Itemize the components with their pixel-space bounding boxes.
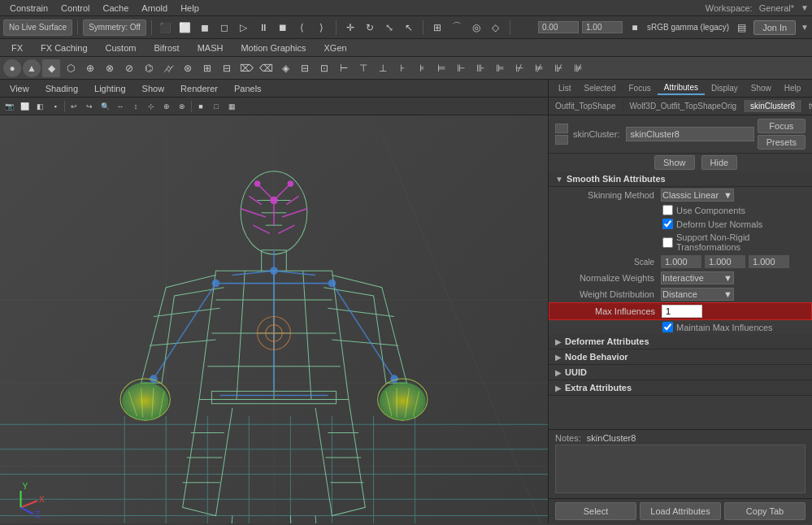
load-attributes-btn[interactable]: Load Attributes	[640, 502, 721, 520]
cluster-tab-skincluster8[interactable]: skinCluster8	[744, 100, 802, 112]
shelf-icon-18[interactable]: ⊢	[335, 59, 353, 77]
view-menu-panels[interactable]: Panels	[228, 82, 268, 95]
scale-z-input[interactable]	[749, 255, 789, 268]
renderer-icon[interactable]: ▤	[732, 19, 750, 37]
snap-curve-icon[interactable]: ⌒	[448, 19, 466, 37]
tab-fx[interactable]: FX	[3, 41, 31, 54]
rotate-tool-icon[interactable]: ↻	[361, 19, 379, 37]
panel-tab-focus[interactable]: Focus	[622, 82, 657, 94]
shelf-icon-20[interactable]: ⊥	[374, 59, 392, 77]
menu-help[interactable]: Help	[174, 0, 206, 15]
scale-y-input[interactable]	[705, 255, 745, 268]
notes-textarea[interactable]	[555, 445, 805, 493]
shelf-icon-26[interactable]: ⊫	[491, 59, 509, 77]
toolbar-icon-6[interactable]: ⏸	[254, 19, 272, 37]
input-value-1[interactable]	[538, 21, 579, 33]
shelf-icon-24[interactable]: ⊩	[452, 59, 470, 77]
toolbar-icon-1[interactable]: ⬛	[157, 19, 175, 37]
menu-constrain[interactable]: Constrain	[3, 0, 54, 15]
view-menu-view[interactable]: View	[3, 82, 36, 95]
view-tool-12[interactable]: ⊗	[175, 99, 189, 114]
scale-tool-icon[interactable]: ⤡	[380, 19, 398, 37]
select-tool-icon[interactable]: ↖	[400, 19, 418, 37]
maintain-max-checkbox[interactable]	[662, 322, 673, 332]
shelf-icon-21[interactable]: ⊦	[393, 59, 411, 77]
shelf-icon-3[interactable]: ◆	[42, 59, 60, 77]
lock-icon[interactable]	[555, 124, 568, 133]
view-tool-5[interactable]: ↩	[67, 99, 81, 114]
cluster-tab-wolf3d[interactable]: Wolf3D_Outfit_TopShapeOrig	[623, 100, 745, 112]
shelf-icon-8[interactable]: ⌬	[140, 59, 158, 77]
uuid-section-header[interactable]: ▶ UUID	[549, 365, 812, 380]
viewport[interactable]: View Shading Lighting Show Renderer Pane…	[0, 80, 548, 523]
shelf-icon-25[interactable]: ⊪	[471, 59, 489, 77]
shelf-icon-17[interactable]: ⊡	[315, 59, 333, 77]
tab-fx-caching[interactable]: FX Caching	[33, 41, 95, 54]
view-tool-7[interactable]: 🔍	[98, 99, 112, 114]
view-tool-8[interactable]: ↔	[113, 99, 128, 114]
view-menu-shading[interactable]: Shading	[39, 82, 85, 95]
use-components-checkbox[interactable]	[662, 205, 673, 215]
skinning-method-dropdown[interactable]: Classic Linear ▼	[661, 189, 734, 202]
presets-btn[interactable]: Presets	[758, 135, 805, 150]
snap-grid-icon[interactable]: ⊞	[428, 19, 446, 37]
bookmark-icon[interactable]	[555, 135, 568, 145]
view-tool-2[interactable]: ⬜	[17, 99, 32, 114]
copy-tab-btn[interactable]: Copy Tab	[724, 502, 805, 520]
shelf-icon-19[interactable]: ⊤	[354, 59, 372, 77]
sign-in-btn[interactable]: Jon In	[753, 20, 796, 35]
snap-point-icon[interactable]: ◎	[467, 19, 485, 37]
toolbar-icon-8[interactable]: ⟨	[293, 19, 311, 37]
select-btn[interactable]: Select	[555, 502, 636, 520]
menu-cache[interactable]: Cache	[97, 0, 136, 15]
toolbar-icon-5[interactable]: ▷	[235, 19, 253, 37]
scale-x-input[interactable]	[661, 255, 701, 268]
color-mode-icon[interactable]: ■	[626, 19, 644, 37]
shelf-icon-7[interactable]: ⊘	[120, 59, 138, 77]
show-btn[interactable]: Show	[654, 155, 695, 170]
skin-cluster-input[interactable]	[626, 127, 753, 141]
input-value-2[interactable]	[582, 21, 623, 33]
camera-icon[interactable]: 📷	[2, 99, 16, 114]
view-tool-6[interactable]: ↪	[82, 99, 97, 114]
shelf-icon-9[interactable]: ⌭	[159, 59, 177, 77]
snap-surface-icon[interactable]: ◇	[487, 19, 505, 37]
shelf-icon-12[interactable]: ⊟	[218, 59, 236, 77]
shelf-icon-27[interactable]: ⊬	[510, 59, 528, 77]
symmetry-btn[interactable]: Symmetry: Off	[83, 20, 146, 36]
panel-tab-selected[interactable]: Selected	[578, 82, 623, 94]
view-tool-10[interactable]: ⊹	[144, 99, 158, 114]
view-menu-lighting[interactable]: Lighting	[88, 82, 132, 95]
max-influences-input[interactable]	[662, 305, 702, 318]
menu-control[interactable]: Control	[54, 0, 96, 15]
hide-btn[interactable]: Hide	[701, 155, 738, 170]
panel-tab-list[interactable]: List	[552, 82, 578, 94]
node-behavior-section-header[interactable]: ▶ Node Behavior	[549, 349, 812, 365]
support-nonrigid-checkbox[interactable]	[662, 237, 673, 248]
view-tool-3[interactable]: ◧	[33, 99, 47, 114]
view-tool-13[interactable]: ■	[193, 99, 208, 114]
deform-normals-checkbox[interactable]	[662, 219, 673, 229]
view-tool-11[interactable]: ⊕	[159, 99, 174, 114]
shelf-icon-14[interactable]: ⌫	[257, 59, 275, 77]
view-tool-14[interactable]: □	[209, 99, 224, 114]
tab-custom[interactable]: Custom	[98, 41, 145, 54]
focus-btn[interactable]: Focus	[758, 119, 805, 133]
tab-xgen[interactable]: XGen	[316, 41, 355, 54]
shelf-icon-2[interactable]: ▲	[23, 59, 41, 77]
smooth-skin-section-header[interactable]: ▼ Smooth Skin Attributes	[549, 171, 812, 187]
move-tool-icon[interactable]: ✛	[341, 19, 359, 37]
normalize-weights-dropdown[interactable]: Interactive ▼	[661, 271, 734, 284]
view-tool-15[interactable]: ▦	[224, 99, 239, 114]
shelf-icon-11[interactable]: ⊞	[198, 59, 216, 77]
shelf-icon-10[interactable]: ⊛	[179, 59, 197, 77]
view-tool-4[interactable]: ▪	[48, 99, 63, 114]
tab-mash[interactable]: MASH	[189, 41, 232, 54]
extra-attr-section-header[interactable]: ▶ Extra Attributes	[549, 380, 812, 396]
panel-tab-show[interactable]: Show	[745, 82, 778, 94]
menu-arnold[interactable]: Arnold	[135, 0, 174, 15]
tab-motion-graphics[interactable]: Motion Graphics	[232, 41, 314, 54]
deformer-attr-section-header[interactable]: ▶ Deformer Attributes	[549, 334, 812, 349]
panel-nav-prev[interactable]: ◀	[807, 81, 812, 96]
shelf-icon-30[interactable]: ⊯	[569, 59, 587, 77]
